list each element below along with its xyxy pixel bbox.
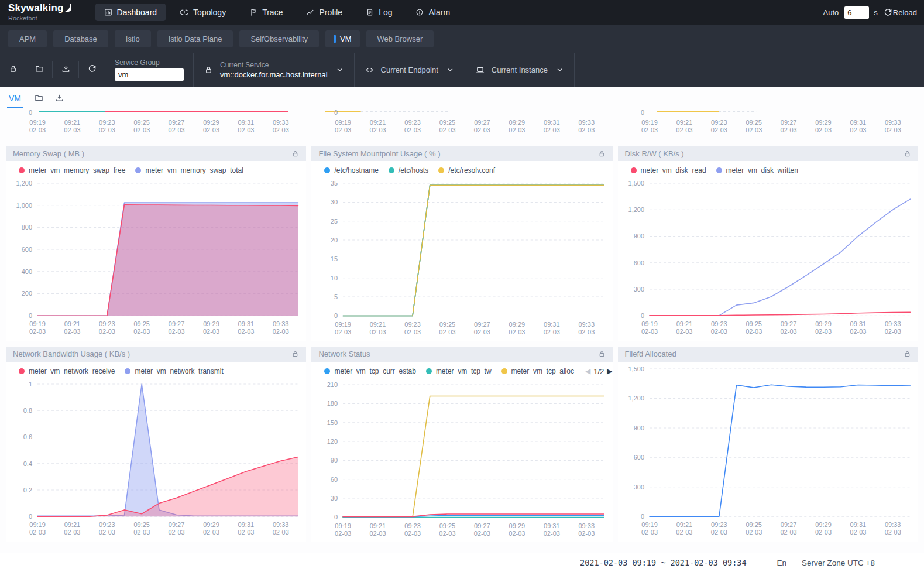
- svg-text:09:19: 09:19: [29, 320, 46, 327]
- legend-item[interactable]: meter_vm_memory_swap_free: [19, 166, 125, 174]
- legend-item[interactable]: /etc/hostname: [324, 166, 378, 174]
- legend-item[interactable]: meter_vm_memory_swap_total: [135, 166, 243, 174]
- svg-text:02-03: 02-03: [884, 328, 901, 335]
- service-group-input[interactable]: [115, 68, 184, 81]
- legend-item[interactable]: /etc/resolv.conf: [438, 166, 495, 174]
- lock-icon[interactable]: [291, 350, 299, 358]
- current-service-dropdown[interactable]: Current Service vm::docker.for.mac.host.…: [194, 53, 354, 87]
- nav-item-topology[interactable]: Topology: [171, 4, 235, 21]
- dashboard-tab-web-browser[interactable]: Web Browser: [366, 30, 434, 47]
- time-range[interactable]: 2021-02-03 09:19 ~ 2021-02-03 09:34: [580, 558, 746, 567]
- legend-dot: [426, 368, 432, 374]
- lock-button[interactable]: [0, 53, 26, 87]
- svg-text:09:31: 09:31: [238, 521, 255, 528]
- legend-item[interactable]: meter_vm_tcp_curr_estab: [324, 367, 415, 375]
- svg-text:0: 0: [640, 513, 644, 520]
- lock-icon[interactable]: [291, 150, 299, 157]
- folder-icon[interactable]: [35, 94, 43, 108]
- dashboard-tab-apm[interactable]: APM: [8, 30, 47, 47]
- dashboard-tab-selfobservability[interactable]: SelfObservability: [239, 30, 319, 47]
- lock-icon[interactable]: [598, 350, 606, 358]
- current-endpoint-dropdown[interactable]: Current Endpoint: [355, 53, 465, 87]
- dashboard-tab-istio[interactable]: Istio: [115, 30, 151, 47]
- svg-text:02-03: 02-03: [335, 328, 351, 335]
- lock-icon: [9, 64, 18, 76]
- chart-plot[interactable]: 030609012015018021009:1902-0309:2102-030…: [311, 378, 612, 542]
- auto-reload-controls: Auto s Reload: [823, 6, 917, 19]
- chart-plot[interactable]: 00.20.40.60.8109:1902-0309:2102-0309:230…: [6, 377, 306, 541]
- reload-icon[interactable]: [884, 8, 892, 17]
- server-zone[interactable]: Server Zone UTC +8: [802, 559, 875, 567]
- service-group-label: Service Group: [115, 59, 184, 67]
- dashboard-tab-istio-data-plane[interactable]: Istio Data Plane: [157, 30, 233, 47]
- svg-text:02-03: 02-03: [544, 126, 560, 133]
- svg-text:02-03: 02-03: [544, 328, 560, 335]
- nav-item-alarm[interactable]: Alarm: [407, 4, 459, 21]
- nav-item-log[interactable]: Log: [357, 4, 401, 21]
- svg-text:09:19: 09:19: [335, 119, 352, 126]
- legend-item[interactable]: meter_vm_disk_written: [716, 166, 798, 174]
- legend-item[interactable]: meter_vm_network_transmit: [125, 367, 223, 375]
- legend-item[interactable]: meter_vm_disk_read: [631, 166, 706, 174]
- refresh-button[interactable]: [79, 53, 105, 87]
- current-instance-label: Current Instance: [492, 66, 548, 74]
- auto-interval-input[interactable]: [844, 6, 869, 19]
- svg-text:02-03: 02-03: [815, 328, 831, 335]
- svg-text:09:21: 09:21: [676, 521, 692, 528]
- svg-text:09:31: 09:31: [238, 119, 255, 126]
- svg-text:09:25: 09:25: [133, 320, 150, 327]
- logo[interactable]: Skywalking Rocketbot: [8, 3, 71, 22]
- tab-vm[interactable]: VM: [7, 90, 23, 108]
- download-icon[interactable]: [55, 94, 64, 108]
- legend-item[interactable]: meter_vm_network_receive: [19, 367, 115, 375]
- svg-text:02-03: 02-03: [335, 126, 352, 133]
- legend-dot: [125, 368, 130, 374]
- svg-text:02-03: 02-03: [815, 126, 831, 133]
- legend-item[interactable]: /etc/hosts: [389, 166, 428, 174]
- legend: meter_vm_tcp_curr_estabmeter_vm_tcp_twme…: [311, 362, 612, 378]
- svg-text:600: 600: [633, 454, 644, 461]
- svg-text:0.8: 0.8: [23, 407, 32, 414]
- svg-text:09:31: 09:31: [850, 119, 866, 126]
- lock-icon[interactable]: [904, 150, 911, 157]
- svg-text:0.4: 0.4: [23, 460, 32, 467]
- language-selector[interactable]: En: [777, 559, 787, 567]
- legend: meter_vm_disk_readmeter_vm_disk_written: [618, 161, 918, 176]
- svg-text:09:27: 09:27: [780, 521, 796, 528]
- pager-next-icon[interactable]: ▶: [607, 367, 612, 375]
- svg-text:1,500: 1,500: [628, 365, 644, 372]
- export-button[interactable]: [53, 53, 78, 87]
- svg-text:09:27: 09:27: [780, 119, 796, 126]
- lock-icon[interactable]: [904, 350, 911, 358]
- svg-text:02-03: 02-03: [29, 328, 46, 335]
- lock-icon[interactable]: [598, 150, 606, 157]
- svg-text:09:33: 09:33: [884, 320, 901, 327]
- svg-text:02-03: 02-03: [168, 529, 184, 536]
- current-instance-dropdown[interactable]: Current Instance: [465, 53, 574, 87]
- dashboard-tab-vm[interactable]: VM: [325, 30, 360, 47]
- legend-item[interactable]: meter_vm_tcp_alloc: [501, 367, 574, 375]
- svg-text:0: 0: [640, 312, 644, 319]
- dashboard-tab-database[interactable]: Database: [53, 30, 108, 47]
- dashboard-icon: [104, 8, 112, 16]
- reload-button[interactable]: Reload: [893, 8, 917, 17]
- chart-plot[interactable]: 0510152025303509:1902-0309:2102-0309:230…: [311, 176, 612, 341]
- page-tab-strip: VM: [0, 87, 924, 108]
- folder-button[interactable]: [26, 53, 52, 87]
- nav-item-trace[interactable]: Trace: [241, 4, 291, 21]
- chart-panel: Disk R/W ( KB/s )meter_vm_disk_readmeter…: [618, 146, 918, 341]
- nav-item-profile[interactable]: Profile: [297, 4, 351, 21]
- chart-plot[interactable]: 03006009001,2001,50009:1902-0309:2102-03…: [618, 176, 918, 340]
- svg-text:02-03: 02-03: [439, 328, 456, 335]
- svg-text:02-03: 02-03: [133, 126, 150, 133]
- svg-text:09:21: 09:21: [370, 321, 386, 328]
- pager-prev-icon[interactable]: ◀: [585, 367, 590, 375]
- svg-text:02-03: 02-03: [780, 328, 796, 335]
- chart-plot[interactable]: 03006009001,2001,50009:1902-0309:2102-03…: [618, 362, 918, 541]
- svg-text:02-03: 02-03: [815, 529, 831, 536]
- svg-text:09:23: 09:23: [99, 521, 115, 528]
- legend-item[interactable]: meter_vm_tcp_tw: [426, 367, 492, 375]
- svg-text:02-03: 02-03: [474, 529, 490, 536]
- nav-item-dashboard[interactable]: Dashboard: [95, 4, 166, 21]
- chart-plot[interactable]: 02004006008001,0001,20009:1902-0309:2102…: [6, 176, 306, 340]
